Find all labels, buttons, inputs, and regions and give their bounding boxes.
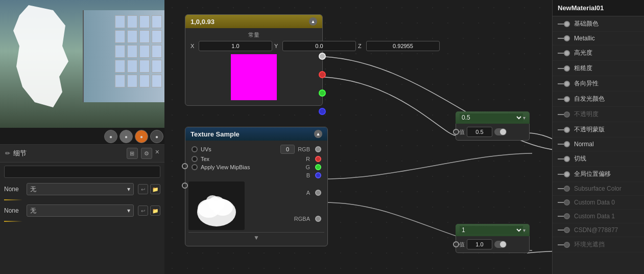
xyz-row: X 1.0 Y 0.0 Z 0.92955 [188,41,319,51]
uvs-radio[interactable] [192,146,198,152]
rp-conn-13 [558,213,570,219]
conn-line-15 [558,244,564,245]
panel-row-1-dropdown[interactable]: 无 ▾ [27,183,134,195]
viewport [0,0,164,128]
pin-blue[interactable] [319,108,326,115]
conn-dot-15 [564,242,570,248]
rp-item-10[interactable]: 全局位置偏移 [553,167,644,182]
conn-line-10 [558,174,564,175]
pin-red[interactable] [319,71,326,78]
apply-radio[interactable] [192,164,198,170]
rp-conn-1 [558,35,570,41]
y-input[interactable]: 0.0 [282,41,356,51]
rp-item-13[interactable]: Custom Data 1 [553,210,644,223]
conn-dot-13 [564,213,570,219]
chevron-down-icon-val2: ▾ [523,227,526,233]
texture-sample-body: UVs 0 RGB Tex R Apply View MipBias [185,141,327,246]
constant-node-body: 常量 X 1.0 Y 0.0 Z 0.92955 [185,28,322,105]
viewport-silhouette [10,5,71,107]
rp-item-2[interactable]: 高光度 [553,45,644,61]
x-label: X [190,43,197,49]
value-node-2-header: 1 ▾ [456,224,530,236]
rp-conn-8 [558,141,570,147]
conn-line-5 [558,99,564,100]
value-node-1-input[interactable]: 0.5 [467,127,492,137]
b-pin[interactable] [315,172,321,178]
rp-conn-3 [558,65,570,72]
rp-item-14[interactable]: CSDN@778877 [553,223,644,237]
rp-label-11: Subsurface Color [574,185,639,192]
tex-radio[interactable] [192,156,198,162]
panel-row-1-back-icon[interactable]: ↩ [138,184,148,194]
rp-conn-7 [558,127,570,133]
input-pin-1[interactable] [182,163,188,169]
rp-item-3[interactable]: 粗糙度 [553,61,644,76]
panel-row-2-back-icon[interactable]: ↩ [138,206,148,216]
rp-item-15[interactable]: 环境光遮挡 [553,237,644,253]
panel-row-1-folder-icon[interactable]: 📁 [150,184,160,194]
value-node-2-select[interactable]: 1 [460,226,523,234]
texture-sample-close[interactable]: ▲ [314,130,322,138]
panel-row-2-folder-icon[interactable]: 📁 [150,206,160,216]
r-pin[interactable] [315,156,321,162]
texture-expand[interactable]: ▼ [188,232,324,243]
rp-item-6[interactable]: 不透明度 [553,107,644,122]
input-pin-2[interactable] [182,182,188,189]
g-pin[interactable] [315,164,321,170]
rp-item-11[interactable]: Subsurface Color [553,182,644,196]
panel-gear-icon[interactable]: ⚙ [141,148,152,159]
rp-item-0[interactable]: 基础颜色 [553,16,644,32]
constant-node-close[interactable]: ▲ [309,17,317,26]
pin-white[interactable] [319,53,326,60]
panel-row-2: None 无 ▾ ↩ 📁 [0,202,164,219]
pin-green[interactable] [319,89,326,97]
toolbar-icon-2[interactable]: ● [120,130,133,143]
panel-row-2-label: None [4,207,22,214]
conn-line-9 [558,158,564,159]
toolbar-icon-4[interactable]: ● [150,130,163,143]
conn-line-7 [558,129,564,130]
left-panel-search-input[interactable] [4,166,160,178]
y-label: Y [274,43,280,49]
rp-conn-11 [558,186,570,192]
conn-line-13 [558,216,564,217]
value-node-2-body: 值 1.0 [456,236,530,253]
rp-item-5[interactable]: 自发光颜色 [553,92,644,107]
value-node-1-label: 值 [459,128,465,136]
toolbar-icon-1[interactable]: ● [104,130,117,143]
value-node-1-select[interactable]: 0.5 [460,113,523,122]
value-node-1-toggle[interactable] [494,128,507,135]
left-panel-header: ✏ 细节 ⊞ ⚙ × [0,145,164,163]
a-pin[interactable] [315,190,321,196]
viewport-background [0,0,164,128]
conn-line-4 [558,83,564,84]
panel-row-2-dropdown[interactable]: 无 ▾ [27,204,134,217]
toolbar-icon-3[interactable]: ● [135,130,148,143]
value-node-1-input-pin[interactable] [453,129,459,135]
rp-label-15: 环境光遮挡 [574,240,639,249]
rgba-pin[interactable] [315,216,321,222]
value-node-2-input-pin[interactable] [453,241,459,247]
x-input[interactable]: 1.0 [199,41,272,51]
z-input[interactable]: 0.92955 [366,41,440,51]
rgba-label: RGBA [294,216,310,222]
rp-item-1[interactable]: Metallic [553,32,644,45]
value-node-1-body: 值 0.5 [456,124,530,141]
rp-item-7[interactable]: 不透明蒙版 [553,122,644,138]
rp-item-12[interactable]: Custom Data 0 [553,196,644,210]
conn-line-14 [558,230,564,231]
uvs-value: 0 [280,145,295,154]
panel-row-1-label: None [4,186,22,193]
right-panel: NewMaterial01 基础颜色 Metallic 高光度 粗糙度 [552,0,644,274]
texture-preview [188,181,245,230]
value-node-2-toggle[interactable] [494,241,507,248]
rgb-pin[interactable] [315,146,321,152]
rp-item-8[interactable]: Normal [553,138,644,151]
rp-item-4[interactable]: 各向异性 [553,76,644,92]
value-node-2-input[interactable]: 1.0 [467,239,492,249]
conn-dot-3 [564,65,570,72]
rp-item-9[interactable]: 切线 [553,151,644,167]
panel-grid-icon[interactable]: ⊞ [127,148,138,159]
conn-line-3 [558,68,564,69]
left-panel-close-button[interactable]: × [155,148,159,159]
